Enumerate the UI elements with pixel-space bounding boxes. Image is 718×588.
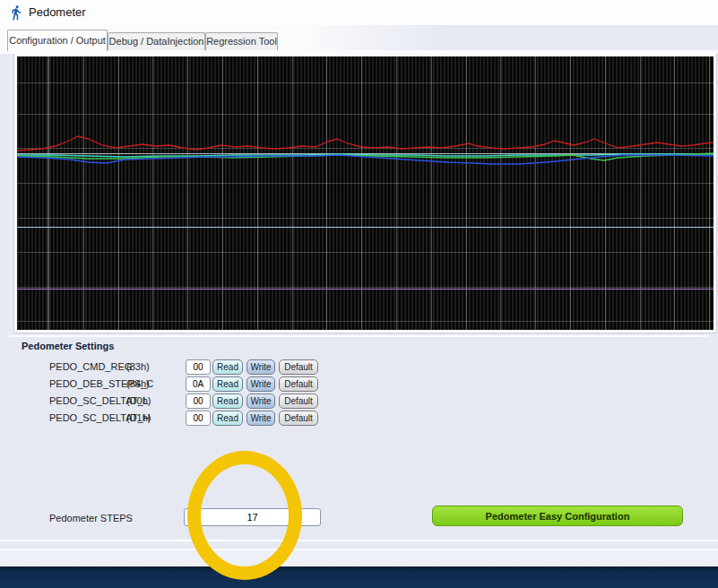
register-row-pedo-deb-steps-c: PEDO_DEB_STEPS_C (84h) Read Write Defaul… xyxy=(9,376,709,392)
tab-regression-tool[interactable]: Regression Tool xyxy=(205,32,278,51)
read-button[interactable]: Read xyxy=(212,376,243,392)
register-row-pedo-sc-deltat-l: PEDO_SC_DELTAT_L (D0h) Read Write Defaul… xyxy=(9,393,709,409)
tab-strip-divider xyxy=(0,50,718,54)
app-header: Pedometer xyxy=(0,0,718,25)
app-title: Pedometer xyxy=(29,5,86,19)
register-address: (D0h) xyxy=(126,395,151,406)
tab-label: Debug / DataInjection xyxy=(109,36,204,47)
register-row-pedo-sc-deltat-h: PEDO_SC_DELTAT_H (D1h) Read Write Defaul… xyxy=(9,411,709,426)
read-button[interactable]: Read xyxy=(212,411,243,426)
trace-red xyxy=(17,136,714,151)
footer-bar xyxy=(0,566,718,588)
register-name: PEDO_CMD_REG xyxy=(49,361,132,372)
pedometer-steps-label: Pedometer STEPS xyxy=(49,513,133,523)
settings-group-title: Pedometer Settings xyxy=(22,341,114,351)
highlight-circle-annotation xyxy=(187,451,302,580)
default-button[interactable]: Default xyxy=(279,393,318,409)
register-value-input[interactable] xyxy=(186,376,211,392)
signal-chart xyxy=(14,54,716,333)
register-value-input[interactable] xyxy=(186,411,211,426)
write-button[interactable]: Write xyxy=(247,376,275,392)
tab-debug-datainjection[interactable]: Debug / DataInjection xyxy=(108,32,205,51)
write-button[interactable]: Write xyxy=(247,393,275,409)
tab-label: Configuration / Output xyxy=(9,35,106,46)
register-row-pedo-cmd-reg: PEDO_CMD_REG (83h) Read Write Default xyxy=(9,359,709,375)
pedometer-walking-icon xyxy=(8,4,24,22)
default-button[interactable]: Default xyxy=(279,376,318,392)
default-button[interactable]: Default xyxy=(279,359,318,375)
write-button[interactable]: Write xyxy=(247,411,275,426)
register-address: (83h) xyxy=(126,361,150,372)
pedometer-easy-configuration-button[interactable]: Pedometer Easy Configuration xyxy=(432,506,683,526)
trace-svg xyxy=(17,56,714,330)
read-button[interactable]: Read xyxy=(212,393,243,409)
tab-label: Regression Tool xyxy=(206,36,277,47)
register-address: (84h) xyxy=(126,378,150,389)
read-button[interactable]: Read xyxy=(212,359,243,375)
register-value-input[interactable] xyxy=(186,359,211,375)
panel-bottom-band xyxy=(0,541,718,549)
register-value-input[interactable] xyxy=(186,393,211,409)
tab-configuration-output[interactable]: Configuration / Output xyxy=(7,30,108,51)
write-button[interactable]: Write xyxy=(247,359,275,375)
chart-plot xyxy=(17,56,714,330)
default-button[interactable]: Default xyxy=(279,411,318,426)
outer-panel-band xyxy=(0,550,718,566)
register-address: (D1h) xyxy=(126,412,151,423)
pedometer-settings-group: Pedometer Settings PEDO_CMD_REG (83h) Re… xyxy=(9,335,709,541)
